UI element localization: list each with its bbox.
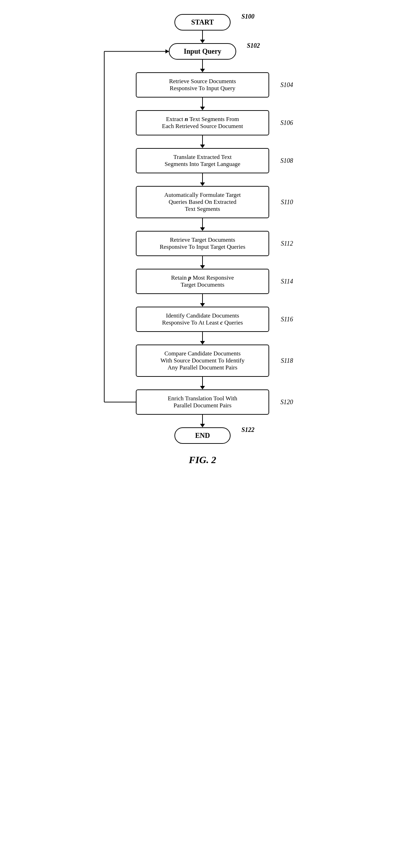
- row-s110: Automatically Formulate TargetQueries Ba…: [115, 186, 290, 218]
- s120-node: Enrich Translation Tool WithParallel Doc…: [136, 389, 269, 415]
- arrow-8: [200, 294, 205, 307]
- arrow-head: [200, 145, 205, 148]
- fig-label: FIG. 2: [189, 454, 216, 466]
- s102-step: S102: [247, 42, 260, 49]
- s114-label: Retain p Most ResponsiveTarget Documents: [171, 274, 234, 288]
- row-start: START S100: [115, 14, 290, 31]
- s116-step: S116: [281, 316, 293, 323]
- s118-label: Compare Candidate DocumentsWith Source D…: [160, 350, 245, 371]
- s120-label: Enrich Translation Tool WithParallel Doc…: [168, 395, 237, 409]
- arrow-head: [200, 341, 205, 345]
- end-node: END S122: [174, 427, 231, 444]
- end-step: S122: [241, 426, 254, 434]
- arrow-6: [200, 218, 205, 231]
- arrow-line: [202, 60, 203, 69]
- arrow-head: [200, 40, 205, 43]
- s110-node: Automatically Formulate TargetQueries Ba…: [136, 186, 269, 218]
- arrow-line: [202, 294, 203, 303]
- row-s118: Compare Candidate DocumentsWith Source D…: [115, 345, 290, 377]
- s120-step: S120: [280, 399, 293, 406]
- arrow-line: [202, 218, 203, 227]
- row-s120: Enrich Translation Tool WithParallel Doc…: [115, 389, 290, 415]
- arrow-head: [200, 424, 205, 427]
- arrow-7: [200, 256, 205, 269]
- flowchart-container: START S100 Input Query S102: [101, 7, 304, 480]
- start-step: S100: [241, 13, 254, 20]
- row-s104: Retrieve Source DocumentsResponsive To I…: [115, 72, 290, 98]
- arrow-10: [200, 377, 205, 389]
- arrow-4: [200, 135, 205, 148]
- s106-node: Extract n Text Segments FromEach Retriev…: [136, 110, 269, 135]
- s108-label: Translate Extracted TextSegments Into Ta…: [165, 154, 240, 167]
- arrow-head: [200, 182, 205, 186]
- s110-label: Automatically Formulate TargetQueries Ba…: [164, 192, 241, 212]
- arrow-line: [202, 31, 203, 40]
- arrow-head: [200, 303, 205, 307]
- row-s102: Input Query S102: [115, 43, 290, 60]
- s106-step: S106: [280, 119, 293, 127]
- start-node: START S100: [174, 14, 231, 31]
- s104-step: S104: [280, 81, 293, 89]
- row-end: END S122: [115, 427, 290, 444]
- arrow-head: [200, 265, 205, 269]
- s110-step: S110: [281, 199, 293, 206]
- s108-node: Translate Extracted TextSegments Into Ta…: [136, 148, 269, 173]
- s114-step: S114: [281, 278, 293, 285]
- arrow-head: [200, 386, 205, 389]
- s118-step: S118: [281, 357, 293, 365]
- s104-node: Retrieve Source DocumentsResponsive To I…: [136, 72, 269, 98]
- row-s106: Extract n Text Segments FromEach Retriev…: [115, 110, 290, 135]
- row-s108: Translate Extracted TextSegments Into Ta…: [115, 148, 290, 173]
- s116-node: Identify Candidate DocumentsResponsive T…: [136, 307, 269, 332]
- s108-step: S108: [280, 157, 293, 165]
- arrow-line: [202, 332, 203, 341]
- arrow-line: [202, 377, 203, 386]
- s112-label: Retrieve Target DocumentsResponsive To I…: [160, 236, 245, 250]
- arrow-3: [200, 98, 205, 110]
- arrow-line: [202, 135, 203, 145]
- arrow-head: [200, 69, 205, 72]
- flowchart-wrapper: START S100 Input Query S102: [115, 14, 290, 444]
- arrow-head: [200, 107, 205, 110]
- arrow-2: [200, 60, 205, 72]
- s106-label: Extract n Text Segments FromEach Retriev…: [162, 116, 243, 129]
- arrow-9: [200, 332, 205, 345]
- arrow-head: [200, 227, 205, 231]
- arrow-line: [202, 98, 203, 107]
- s112-node: Retrieve Target DocumentsResponsive To I…: [136, 231, 269, 256]
- arrow-5: [200, 173, 205, 186]
- end-label: END: [195, 432, 210, 439]
- arrow-1: [200, 31, 205, 43]
- arrow-11: [200, 415, 205, 427]
- row-s114: Retain p Most ResponsiveTarget Documents…: [115, 269, 290, 294]
- arrow-line: [202, 173, 203, 182]
- s116-label: Identify Candidate DocumentsResponsive T…: [162, 312, 243, 326]
- row-s112: Retrieve Target DocumentsResponsive To I…: [115, 231, 290, 256]
- s114-node: Retain p Most ResponsiveTarget Documents…: [136, 269, 269, 294]
- arrow-line: [202, 256, 203, 265]
- start-label: START: [191, 18, 214, 26]
- s118-node: Compare Candidate DocumentsWith Source D…: [136, 345, 269, 377]
- s104-label: Retrieve Source DocumentsResponsive To I…: [169, 78, 236, 92]
- input-query-node: Input Query S102: [169, 43, 236, 60]
- row-s116: Identify Candidate DocumentsResponsive T…: [115, 307, 290, 332]
- s112-step: S112: [281, 240, 293, 247]
- arrow-line: [202, 415, 203, 424]
- input-query-label: Input Query: [184, 47, 221, 55]
